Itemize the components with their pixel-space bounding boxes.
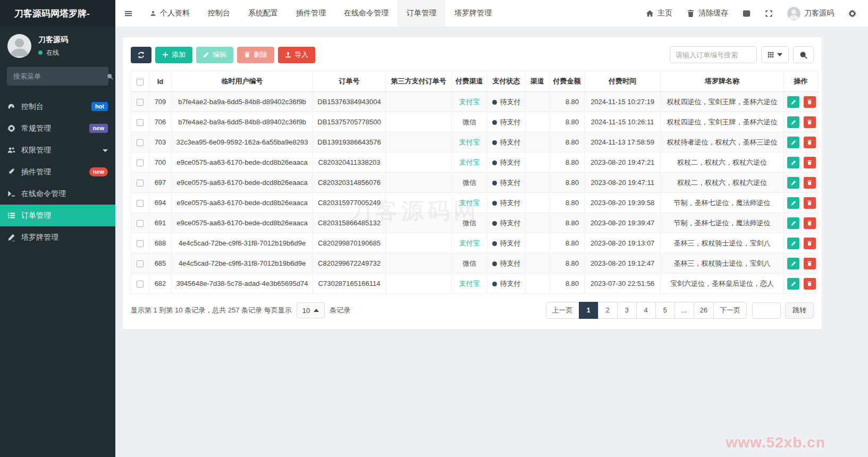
column-header-temp-user-id: 临时用户编号 (172, 71, 313, 92)
corner-watermark: www.52xb.cn (726, 434, 825, 451)
sidebar-item-dashboard[interactable]: 控制台 hot (0, 96, 115, 117)
search-button[interactable] (793, 46, 814, 63)
edit-button[interactable] (787, 177, 799, 189)
cell-order-no: C820299870190685 (313, 233, 386, 253)
jump-page-input[interactable] (752, 302, 781, 319)
clear-cache-link[interactable]: 清除缓存 (687, 9, 728, 18)
nav-item-plugins[interactable]: 插件管理 (287, 0, 335, 27)
delete-button[interactable] (804, 137, 816, 148)
cell-actions (784, 274, 818, 294)
nav-item-online-command[interactable]: 在线命令管理 (335, 0, 398, 27)
page-ellipsis[interactable]: ... (675, 302, 694, 319)
home-link[interactable]: 主页 (646, 9, 672, 18)
settings-button[interactable] (848, 10, 856, 18)
edit-button[interactable] (787, 157, 799, 168)
delete-button[interactable] (804, 157, 816, 168)
list-icon (7, 211, 15, 219)
nav-item-tarot[interactable]: 塔罗牌管理 (445, 0, 501, 27)
row-checkbox[interactable] (137, 119, 144, 126)
cell-pay-status: 待支付 (487, 233, 526, 253)
cell-pay-status: 待支付 (487, 92, 526, 112)
nav-item-dashboard[interactable]: 控制台 (199, 0, 239, 27)
delete-button[interactable] (804, 177, 816, 189)
select-all-checkbox[interactable] (137, 79, 144, 86)
page-button-4[interactable]: 4 (636, 302, 656, 319)
cell-tarot-names: 圣杯三，权杖骑士逆位，宝剑八 (661, 233, 784, 253)
order-search-input[interactable] (670, 46, 757, 63)
delete-button[interactable] (804, 238, 816, 249)
sidebar-item-online-command[interactable]: 在线命令管理 (0, 183, 115, 205)
columns-button[interactable] (761, 46, 789, 63)
status-dot-icon (492, 140, 497, 145)
page-button-1[interactable]: 1 (579, 302, 599, 319)
edit-button[interactable] (787, 116, 799, 128)
row-checkbox-cell (131, 153, 149, 173)
status-dot-icon (492, 241, 497, 246)
row-checkbox[interactable] (137, 99, 144, 106)
row-checkbox[interactable] (137, 200, 144, 207)
hamburger-menu-icon[interactable] (115, 0, 141, 27)
delete-button[interactable] (804, 116, 816, 128)
edit-button[interactable] (787, 197, 799, 209)
search-icon[interactable] (107, 73, 113, 80)
cell-pay-channel: 支付宝 (452, 132, 487, 153)
edit-button[interactable] (787, 96, 799, 108)
edit-button[interactable] (787, 238, 799, 249)
edit-button[interactable] (787, 217, 799, 229)
delete-button[interactable] (804, 278, 816, 290)
edit-button[interactable] (787, 137, 799, 148)
prev-page-button[interactable]: 上一页 (546, 302, 579, 319)
sidebar-item-general[interactable]: 常规管理 new (0, 117, 115, 139)
row-checkbox[interactable] (137, 240, 144, 247)
add-button[interactable]: 添加 (155, 47, 192, 63)
table-row: 691 e9ce0575-aa63-6170-bede-dcd8b26eaaca… (131, 213, 818, 233)
column-header-channel: 渠道 (526, 71, 550, 92)
delete-button[interactable] (804, 197, 816, 209)
page-button-5[interactable]: 5 (655, 302, 675, 319)
nav-item-system-config[interactable]: 系统配置 (239, 0, 287, 27)
cell-pay-channel: 微信 (452, 213, 487, 233)
edit-button[interactable] (787, 258, 799, 269)
row-checkbox[interactable] (137, 159, 144, 166)
cell-tarot-names: 权杖四逆位，宝剑王牌，圣杯六逆位 (661, 92, 784, 112)
import-button[interactable]: 导入 (278, 47, 315, 63)
user-menu[interactable]: 刀客源码 (787, 7, 834, 20)
page-button-2[interactable]: 2 (598, 302, 618, 319)
cell-pay-time: 2023-08-20 19:47:21 (585, 153, 661, 173)
cell-amount: 8.80 (550, 213, 585, 233)
toolbar: 添加 编辑 删除 导入 (131, 46, 814, 63)
sidebar-item-tarot[interactable]: 塔罗牌管理 (0, 226, 115, 248)
page-size-select[interactable]: 10 (297, 302, 325, 318)
sidebar-search-input[interactable] (13, 72, 107, 80)
delete-button[interactable] (804, 96, 816, 108)
cell-third-party-order-no (386, 132, 452, 153)
page-button-3[interactable]: 3 (617, 302, 637, 319)
row-checkbox[interactable] (137, 220, 144, 227)
delete-button[interactable] (804, 217, 816, 229)
row-checkbox[interactable] (137, 260, 144, 267)
topbar-nav: 个人资料 控制台 系统配置 插件管理 在线命令管理 订单管理 塔罗牌管理 (141, 0, 501, 27)
sidebar-item-plugins[interactable]: 插件管理 new (0, 161, 115, 183)
sidebar-item-orders[interactable]: 订单管理 (0, 205, 115, 226)
delete-button[interactable] (804, 258, 816, 269)
edit-button[interactable] (787, 278, 799, 290)
row-checkbox[interactable] (137, 139, 144, 146)
page-button-26[interactable]: 26 (694, 302, 714, 319)
sidebar-item-permissions[interactable]: 权限管理 (0, 139, 115, 161)
refresh-button[interactable] (131, 47, 151, 63)
row-checkbox[interactable] (137, 180, 144, 187)
nav-item-orders[interactable]: 订单管理 (398, 0, 445, 27)
jump-button[interactable]: 跳转 (785, 302, 814, 319)
cell-amount: 8.80 (550, 274, 585, 294)
grid-icon (768, 52, 774, 58)
language-button[interactable] (743, 10, 751, 18)
fullscreen-button[interactable] (765, 10, 773, 18)
delete-button-toolbar[interactable]: 删除 (237, 47, 274, 63)
cell-pay-status: 待支付 (487, 213, 526, 233)
edit-button-toolbar[interactable]: 编辑 (196, 47, 233, 63)
next-page-button[interactable]: 下一页 (713, 302, 747, 319)
row-checkbox[interactable] (137, 281, 144, 287)
nav-item-profile[interactable]: 个人资料 (141, 0, 199, 27)
cell-temp-user-id: e9ce0575-aa63-6170-bede-dcd8b26eaaca (172, 193, 313, 213)
cell-pay-time: 2024-11-15 10:27:19 (585, 92, 661, 112)
